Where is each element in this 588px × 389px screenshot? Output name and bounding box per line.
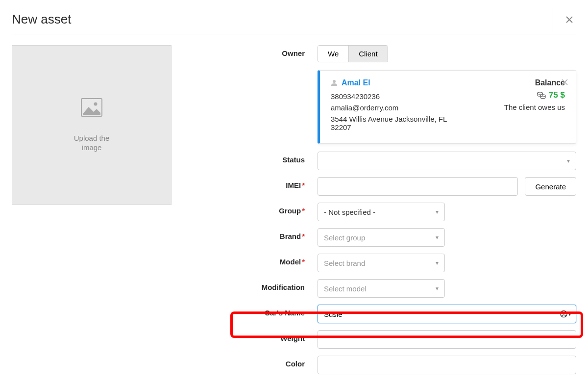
status-label: Status (186, 152, 318, 164)
coins-icon (537, 91, 546, 99)
color-input[interactable] (318, 356, 576, 374)
upload-image-area[interactable]: Upload the image (12, 45, 172, 205)
status-select[interactable]: ▾ (318, 152, 576, 170)
imei-input[interactable] (318, 177, 518, 196)
close-button[interactable] (563, 13, 576, 26)
modification-select[interactable]: Select model ▾ (318, 279, 445, 298)
person-icon (331, 79, 338, 86)
group-label: Group* (186, 203, 318, 215)
client-phone: 380934230236 (331, 92, 467, 101)
balance-amount: 75 $ (537, 90, 565, 100)
chevron-down-icon: ▾ (436, 285, 439, 292)
svg-point-1 (94, 102, 98, 105)
modification-label: Modification (186, 279, 318, 291)
color-label: Color (186, 356, 318, 368)
weight-input[interactable] (318, 330, 576, 349)
chevron-down-icon: ▾ (436, 234, 439, 241)
owes-text: The client owes us (467, 103, 565, 111)
user-circle-icon (560, 311, 567, 318)
cars-name-label: Car's Name (186, 305, 318, 317)
generate-button[interactable]: Generate (525, 177, 576, 196)
imei-label: IMEI* (186, 177, 318, 189)
client-card: Amal El 380934230236 amalia@orderry.com … (318, 70, 576, 144)
upload-label: Upload the image (74, 133, 110, 153)
owner-toggle: We Client (318, 45, 388, 62)
owner-toggle-we[interactable]: We (318, 46, 348, 62)
brand-label: Brand* (186, 228, 318, 240)
chevron-down-icon: ▾ (567, 157, 570, 164)
svg-point-3 (540, 95, 545, 97)
weight-label: Weight (186, 330, 318, 342)
chevron-down-icon: ▾ (436, 259, 439, 266)
close-icon (565, 16, 573, 24)
balance-label: Balance (467, 78, 565, 87)
chevron-down-icon: ▾ (568, 311, 571, 317)
model-select[interactable]: Select brand ▾ (318, 254, 445, 272)
client-card-close[interactable] (562, 78, 568, 88)
owner-label: Owner (186, 45, 318, 57)
client-email: amalia@orderry.com (331, 104, 467, 112)
cars-name-input[interactable] (318, 305, 576, 323)
client-name-link[interactable]: Amal El (331, 78, 467, 87)
model-label: Model* (186, 254, 318, 266)
chevron-down-icon: ▾ (436, 208, 439, 215)
svg-point-5 (563, 312, 565, 314)
svg-point-2 (538, 92, 542, 94)
user-dropdown-icon[interactable]: ▾ (560, 311, 571, 318)
page-title: New asset (12, 12, 71, 27)
dialog-header: New asset (12, 12, 576, 34)
owner-toggle-client[interactable]: Client (348, 46, 387, 62)
client-address: 3544 Willis Avenue Jacksonville, FL 3220… (331, 115, 458, 131)
group-select[interactable]: - Not specified - ▾ (318, 203, 445, 221)
image-placeholder-icon (81, 98, 102, 117)
close-icon (562, 79, 568, 85)
brand-select[interactable]: Select group ▾ (318, 228, 445, 247)
